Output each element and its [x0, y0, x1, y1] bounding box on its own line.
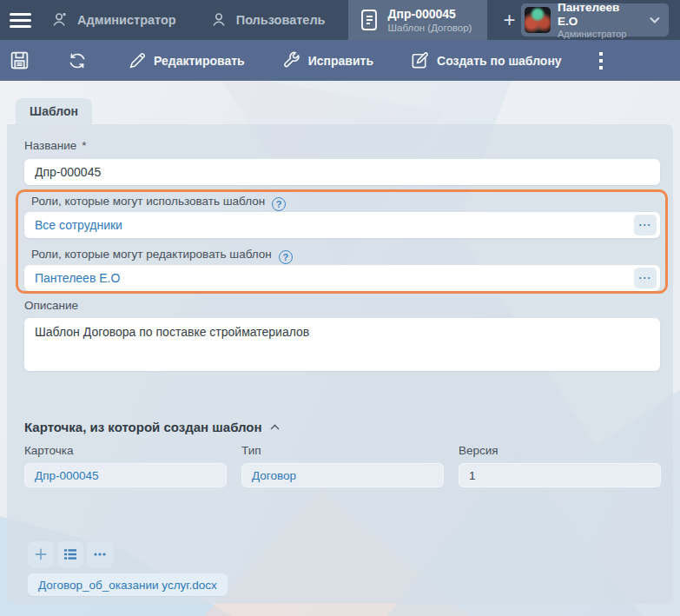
roles-edit-lookup-button[interactable]: ··· [634, 268, 657, 288]
document-tab-text: Дпр-000045 Шаблон (Договор) [388, 7, 472, 34]
template-form-panel: Название* Роли, которые могут использова… [7, 124, 673, 604]
tab-template[interactable]: Шаблон [16, 98, 92, 124]
tab-label: Администратор [77, 13, 176, 27]
refresh-icon [67, 50, 88, 71]
refresh-button[interactable] [56, 40, 98, 81]
list-icon [63, 547, 77, 561]
attachment-list-button[interactable] [57, 541, 83, 567]
edit-button-label: Редактировать [154, 54, 245, 68]
source-card-section-title: Карточка, из которой создан шаблон [24, 420, 262, 434]
top-tab-bar: Администратор Пользователь Дпр-000045 Ша… [0, 0, 680, 40]
roles-use-label-text: Роли, которые могут использовать шаблон [31, 195, 265, 208]
type-field-label: Тип [241, 444, 261, 457]
document-icon [359, 8, 380, 32]
edit-button[interactable]: Редактировать [117, 40, 255, 81]
hamburger-menu-button[interactable] [0, 0, 40, 40]
user-name: Пантелеев Е.О [558, 1, 641, 29]
roles-edit-label-text: Роли, которые могут редактировать шаблон [31, 248, 272, 261]
fix-button[interactable]: Исправить [271, 40, 384, 81]
ellipsis-icon [93, 547, 107, 561]
card-field-value[interactable]: Дпр-000045 [24, 463, 227, 487]
help-icon[interactable]: ? [272, 197, 286, 211]
tab-user[interactable]: Пользователь [199, 0, 348, 40]
description-textarea[interactable] [24, 318, 660, 371]
person-icon [209, 10, 228, 30]
content-area: Шаблон Название* Роли, которые могут исп… [0, 81, 680, 616]
tab-label: Пользователь [236, 13, 326, 27]
roles-use-label: Роли, которые могут использовать шаблон? [31, 195, 286, 211]
required-asterisk: * [82, 139, 86, 152]
name-field-label: Название* [24, 139, 87, 152]
chevron-up-icon [269, 421, 281, 433]
current-user-menu[interactable]: Пантелеев Е.О Администратор [521, 3, 669, 36]
pencil-icon [128, 51, 147, 70]
create-from-template-label: Создать по шаблону [437, 54, 562, 68]
name-label-text: Название [24, 139, 76, 152]
help-icon[interactable]: ? [279, 250, 293, 264]
name-input[interactable] [24, 159, 660, 185]
action-toolbar: Редактировать Исправить Создать по шабло… [0, 40, 680, 81]
attachment-more-button[interactable] [87, 541, 113, 567]
user-text: Пантелеев Е.О Администратор [558, 1, 641, 40]
chevron-down-icon [648, 13, 662, 27]
roles-edit-label: Роли, которые могут редактировать шаблон… [31, 248, 293, 264]
tab-document-active[interactable]: Дпр-000045 Шаблон (Договор) [348, 0, 488, 40]
roles-use-value: Все сотрудники [35, 218, 122, 232]
source-card-section-header[interactable]: Карточка, из которой создан шаблон [24, 420, 281, 434]
hamburger-icon [10, 13, 31, 28]
save-button[interactable] [0, 40, 41, 81]
attachment-file-chip[interactable]: Договор_об_оказании услуг.docx [28, 573, 228, 596]
type-field-value[interactable]: Договор [241, 463, 444, 487]
plus-icon [34, 547, 48, 561]
description-label: Описание [24, 299, 78, 312]
version-field-label: Версия [459, 444, 498, 457]
create-from-template-button[interactable]: Создать по шаблону [399, 40, 572, 81]
roles-edit-value: Пантелеев Е.О [35, 271, 120, 285]
wrench-icon [281, 50, 301, 70]
save-icon [9, 50, 30, 71]
roles-use-picker[interactable]: Все сотрудники ··· [24, 212, 660, 238]
card-field-label: Карточка [24, 444, 74, 457]
app-window: Администратор Пользователь Дпр-000045 Ша… [0, 0, 680, 616]
fix-button-label: Исправить [308, 54, 373, 68]
person-star-icon [50, 10, 69, 30]
pencil-square-icon [410, 50, 430, 70]
document-tab-title: Дпр-000045 [388, 7, 472, 22]
document-tab-subtitle: Шаблон (Договор) [388, 22, 472, 34]
user-role: Администратор [558, 29, 641, 40]
roles-use-lookup-button[interactable]: ··· [634, 215, 657, 235]
roles-edit-picker[interactable]: Пантелеев Е.О ··· [24, 265, 660, 291]
version-field-value: 1 [459, 463, 661, 487]
more-actions-button[interactable] [588, 40, 614, 81]
tab-administrator[interactable]: Администратор [40, 0, 199, 40]
add-attachment-button[interactable] [28, 541, 54, 567]
user-avatar [525, 7, 551, 33]
